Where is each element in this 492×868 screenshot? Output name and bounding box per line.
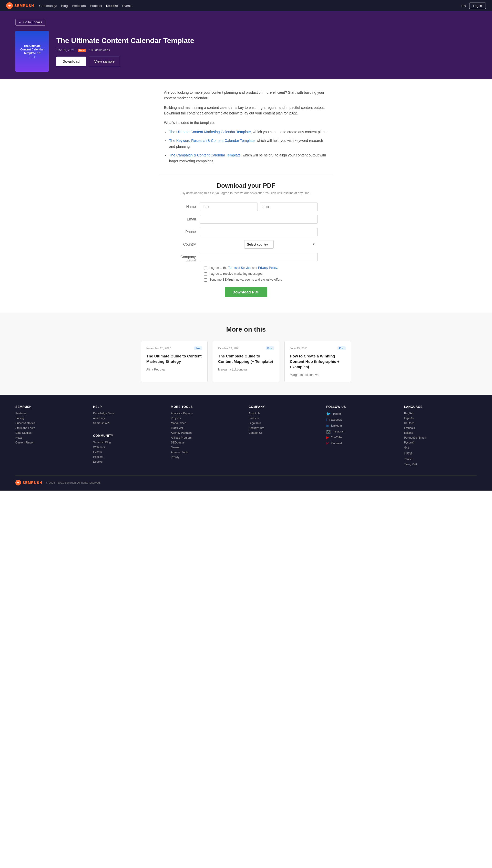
nav-logo[interactable]: SEMRUSH <box>6 2 34 9</box>
bullet-2: The Keyword Research & Content Calendar … <box>169 138 328 149</box>
privacy-link[interactable]: Privacy Policy <box>258 266 277 270</box>
terms-link[interactable]: Terms of Service <box>228 266 251 270</box>
footer-link-stats[interactable]: Stats and Facts <box>16 426 88 429</box>
footer-link-traffic-jet[interactable]: Traffic Jet <box>171 426 243 429</box>
lang-espanol[interactable]: Español <box>404 417 476 420</box>
lang-francais[interactable]: Français <box>404 426 476 429</box>
footer-link-blog[interactable]: Semrush Blog <box>93 441 166 444</box>
footer-link-news[interactable]: News <box>16 436 88 439</box>
footer-link-events[interactable]: Events <box>93 450 166 453</box>
footer-link-features[interactable]: Features <box>16 412 88 415</box>
footer-link-about[interactable]: About Us <box>249 412 321 415</box>
twitter-icon: 🐦 <box>326 412 330 416</box>
footer-link-api[interactable]: Semrush API <box>93 421 166 424</box>
bullet-1: The Ultimate Content Marketing Calendar … <box>169 129 328 135</box>
nav-left: SEMRUSH Community: Blog Webinars Podcast… <box>6 2 132 9</box>
view-sample-button[interactable]: View sample <box>89 57 120 66</box>
footer-link-security[interactable]: Security Info <box>249 426 321 429</box>
footer-link-marketplace[interactable]: Marketplace <box>171 421 243 424</box>
lang-deutsch[interactable]: Deutsch <box>404 421 476 424</box>
first-name-input[interactable] <box>200 203 258 211</box>
facebook-link[interactable]: Facebook <box>329 418 342 421</box>
semrush-logo-icon <box>6 2 13 9</box>
lang-korean[interactable]: 한국어 <box>404 457 476 461</box>
lang-vietnamese[interactable]: Tiếng Việt <box>404 463 476 466</box>
footer-link-pricing[interactable]: Pricing <box>16 417 88 420</box>
marketing-checkbox[interactable] <box>204 272 207 276</box>
linkedin-social: in LinkedIn <box>326 423 399 428</box>
login-button[interactable]: Log in <box>469 3 486 9</box>
news-checkbox[interactable] <box>204 278 207 282</box>
lang-italiano[interactable]: Italiano <box>404 431 476 434</box>
instagram-social: 📷 Instagram <box>326 429 399 433</box>
footer-link-contact[interactable]: Contact Us <box>249 431 321 434</box>
hero-date: Dec 09, 2021 <box>56 48 75 52</box>
footer-link-data-studies[interactable]: Data Studies <box>16 431 88 434</box>
card-1[interactable]: November 25, 2020 Post The Ultimate Guid… <box>141 341 207 382</box>
footer-link-analytics[interactable]: Analytics Reports <box>171 412 243 415</box>
footer-link-ebooks[interactable]: Ebooks <box>93 460 166 463</box>
checkboxes: I agree to the Terms of Service and Priv… <box>204 266 318 282</box>
more-section: More on this November 25, 2020 Post The … <box>0 313 492 395</box>
bullet-3-link[interactable]: The Campaign & Content Calendar Template <box>169 153 241 157</box>
email-label: Email <box>174 215 200 221</box>
terms-checkbox[interactable] <box>204 267 207 270</box>
pinterest-icon: P <box>326 441 328 445</box>
footer-link-knowledge[interactable]: Knowledge Base <box>93 412 166 415</box>
bullet-2-link[interactable]: The Keyword Research & Content Calendar … <box>169 138 255 142</box>
hero-download-button[interactable]: Download <box>56 57 86 66</box>
lang-english[interactable]: English <box>404 412 476 415</box>
lang-portugues[interactable]: Português (Brasil) <box>404 436 476 439</box>
card-2[interactable]: October 19, 2021 Post The Complete Guide… <box>213 341 279 382</box>
terms-label: I agree to the Terms of Service and Priv… <box>210 266 278 270</box>
footer-link-podcast[interactable]: Podcast <box>93 455 166 458</box>
footer-link-seoquake[interactable]: SEOquake <box>171 441 243 444</box>
phone-input[interactable] <box>200 228 318 236</box>
nav-lang-selector[interactable]: EN <box>462 4 466 8</box>
footer-link-prowly[interactable]: Prowly <box>171 455 243 458</box>
card-2-date: October 19, 2021 <box>218 347 240 350</box>
footer-link-affiliate[interactable]: Affiliate Program <box>171 436 243 439</box>
nav-right: EN Log in <box>462 3 486 9</box>
nav-webinars[interactable]: Webinars <box>72 4 86 8</box>
twitter-link[interactable]: Twitter <box>333 412 341 415</box>
company-input[interactable] <box>200 253 318 261</box>
nav-ebooks[interactable]: Ebooks <box>106 4 118 8</box>
footer-col-tools: MORE TOOLS Analytics Reports Projects Ma… <box>171 405 243 468</box>
download-pdf-button[interactable]: Download PDF <box>225 287 267 297</box>
nav-podcast[interactable]: Podcast <box>90 4 102 8</box>
lang-japanese[interactable]: 日本語 <box>404 451 476 455</box>
card-3[interactable]: June 15, 2021 Post How to Create a Winni… <box>285 341 351 382</box>
hero-info: The Ultimate Content Calendar Template D… <box>56 36 471 66</box>
footer-link-webinars[interactable]: Webinars <box>93 446 166 449</box>
lang-chinese[interactable]: 中文 <box>404 446 476 450</box>
footer-link-custom-report[interactable]: Custom Report <box>16 441 88 444</box>
back-to-ebooks-button[interactable]: ← Go to Ebooks <box>16 19 45 26</box>
footer-link-amazon[interactable]: Amazon Tools <box>171 451 243 454</box>
lang-russian[interactable]: Русский <box>404 441 476 444</box>
more-title: More on this <box>5 325 487 333</box>
linkedin-link[interactable]: LinkedIn <box>331 424 342 427</box>
footer-link-partners[interactable]: Partners <box>249 417 321 420</box>
nav-blog[interactable]: Blog <box>61 4 68 8</box>
footer-link-legal[interactable]: Legal Info <box>249 421 321 424</box>
footer-link-sensor[interactable]: Sensor <box>171 446 243 449</box>
footer-logo[interactable]: SEMRUSH <box>16 480 42 485</box>
facebook-social: f Facebook <box>326 418 399 422</box>
last-name-input[interactable] <box>260 203 318 211</box>
hero-meta: Dec 09, 2021 New 105 downloads <box>56 48 471 52</box>
country-select[interactable]: Select country United States United King… <box>244 240 274 248</box>
nav-community[interactable]: Community: <box>39 4 57 8</box>
country-inputs: Select country United States United King… <box>200 240 318 248</box>
pinterest-link[interactable]: Pinterest <box>331 442 342 445</box>
nav-events[interactable]: Events <box>122 4 132 8</box>
instagram-link[interactable]: Instagram <box>333 430 345 433</box>
footer-link-academy[interactable]: Academy <box>93 417 166 420</box>
email-input[interactable] <box>200 215 318 223</box>
youtube-link[interactable]: YouTube <box>331 436 342 439</box>
footer-link-agency-partners[interactable]: Agency Partners <box>171 431 243 434</box>
footer-link-projects[interactable]: Projects <box>171 417 243 420</box>
bullet-1-link[interactable]: The Ultimate Content Marketing Calendar … <box>169 130 251 134</box>
footer-link-success[interactable]: Success stories <box>16 421 88 424</box>
card-1-title: The Ultimate Guide to Content Marketing … <box>146 353 202 364</box>
